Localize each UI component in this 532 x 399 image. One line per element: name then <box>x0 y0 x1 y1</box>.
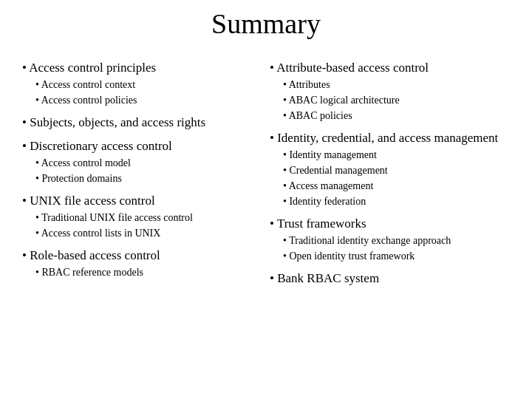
sub-item-3-1: Access control lists in UNIX <box>35 225 262 241</box>
main-item-4: Role-based access control <box>22 248 262 263</box>
sub-item-1-3: Identity federation <box>283 194 510 209</box>
left-column: Access control principlesAccess control … <box>22 53 262 392</box>
sub-item-1-1: Credential management <box>283 163 510 178</box>
main-item-0: Access control principles <box>22 61 262 75</box>
main-item-0: Attribute-based access control <box>270 61 510 75</box>
sub-item-2-0: Access control model <box>35 155 262 171</box>
sub-item-2-1: Protection domains <box>35 171 262 186</box>
page-title: Summary <box>22 7 510 40</box>
main-item-2: Trust frameworks <box>270 216 510 231</box>
sub-item-1-0: Identity management <box>283 147 510 163</box>
main-item-3: Bank RBAC system <box>270 271 510 286</box>
sub-item-2-0: Traditional identity exchange approach <box>283 233 510 248</box>
sub-item-4-0: RBAC reference models <box>35 265 262 280</box>
page: Summary Access control principlesAccess … <box>0 0 532 399</box>
sub-item-3-0: Traditional UNIX file access control <box>35 210 262 225</box>
main-item-3: UNIX file access control <box>22 194 262 208</box>
sub-item-2-1: Open identity trust framework <box>283 248 510 264</box>
sub-item-0-1: ABAC logical architecture <box>283 92 510 108</box>
sub-item-0-1: Access control policies <box>35 92 262 108</box>
sub-item-1-2: Access management <box>283 178 510 194</box>
sub-item-0-2: ABAC policies <box>283 108 510 123</box>
sub-item-0-0: Access control context <box>35 77 262 92</box>
right-column: Attribute-based access controlAttributes… <box>270 53 510 392</box>
main-item-2: Discretionary access control <box>22 139 262 154</box>
sub-item-0-0: Attributes <box>283 77 510 92</box>
columns: Access control principlesAccess control … <box>22 53 510 392</box>
main-item-1: Identity, credential, and access managem… <box>270 131 510 146</box>
main-item-1: Subjects, objects, and access rights <box>22 115 262 130</box>
